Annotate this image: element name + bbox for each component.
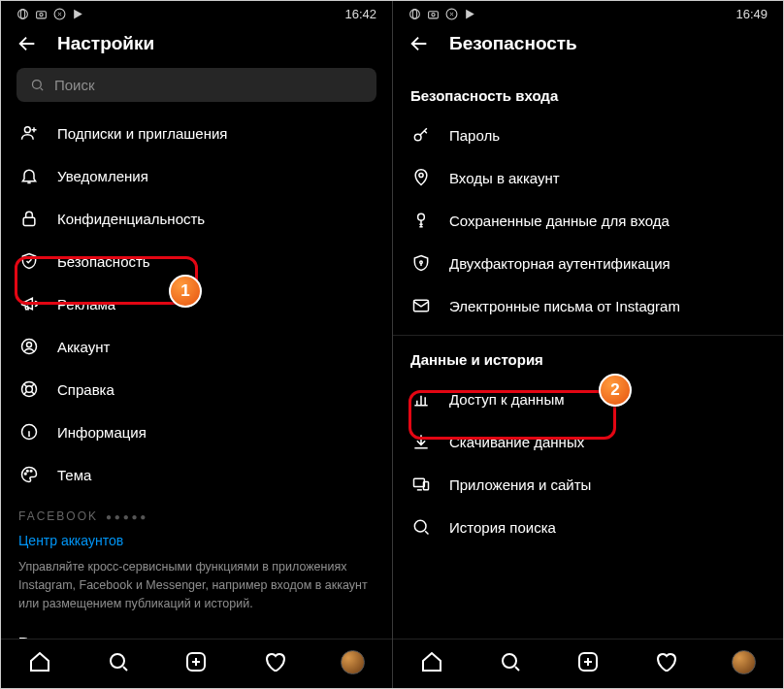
nav-home-icon[interactable] (27, 649, 52, 674)
bottom-nav (1, 639, 392, 688)
opera-icon (408, 8, 421, 20)
megaphone-icon (18, 293, 40, 314)
item-privacy[interactable]: Конфиденциальность (1, 197, 392, 240)
status-bar: 16:42 (1, 1, 392, 23)
nav-add-icon[interactable] (575, 649, 601, 674)
devices-icon (410, 474, 432, 495)
nav-profile-avatar[interactable] (341, 649, 366, 674)
nav-search-icon[interactable] (106, 649, 131, 674)
play-icon (72, 8, 84, 20)
nav-heart-icon[interactable] (653, 649, 678, 674)
svg-rect-20 (429, 12, 439, 18)
key-saved-icon (410, 210, 432, 231)
settings-list: Подписки и приглашения Уведомления Конфи… (1, 108, 392, 639)
item-help[interactable]: Справка (1, 368, 392, 410)
user-plus-icon (18, 122, 40, 144)
item-security[interactable]: Безопасность (1, 240, 392, 282)
item-account[interactable]: Аккаунт (1, 325, 392, 368)
security-list: Безопасность входа Пароль Входы в аккаун… (393, 68, 783, 639)
svg-point-14 (27, 470, 29, 472)
back-icon[interactable] (408, 33, 430, 54)
svg-point-5 (33, 81, 42, 89)
nav-home-icon[interactable] (419, 649, 444, 674)
page-header: Безопасность (393, 23, 783, 68)
shazam-icon (445, 8, 458, 20)
item-label: Доступ к данным (449, 391, 564, 408)
item-label: Электронные письма от Instagram (449, 298, 680, 314)
svg-rect-2 (37, 12, 47, 18)
svg-point-6 (24, 127, 30, 133)
svg-point-0 (18, 10, 28, 19)
item-label: Справка (57, 381, 114, 398)
location-icon (410, 167, 432, 188)
item-search-history[interactable]: История поиска (393, 506, 783, 548)
item-2fa[interactable]: Двухфакторная аутентификация (393, 242, 783, 284)
key-icon (410, 124, 432, 146)
svg-point-13 (24, 473, 26, 475)
search-icon (410, 516, 432, 538)
item-label: Входы в аккаунт (449, 170, 560, 186)
item-login-activity[interactable]: Входы в аккаунт (393, 156, 783, 199)
opera-icon (16, 8, 29, 20)
item-label: История поиска (449, 519, 556, 536)
shazam-icon (53, 8, 66, 20)
step-badge: 1 (169, 275, 202, 308)
item-emails[interactable]: Электронные письма от Instagram (393, 284, 783, 327)
search-icon (30, 78, 45, 92)
svg-point-16 (111, 654, 124, 668)
item-label: Пароль (449, 127, 500, 144)
nav-add-icon[interactable] (183, 649, 209, 674)
section-data-history: Данные и история (393, 336, 783, 377)
svg-point-19 (412, 10, 416, 19)
item-apps-websites[interactable]: Приложения и сайты (393, 463, 783, 506)
download-icon (410, 431, 432, 452)
mail-icon (410, 295, 432, 316)
svg-point-9 (27, 343, 32, 347)
shield-lock-icon (410, 252, 432, 274)
logins-header: Входы (1, 624, 392, 639)
item-data-access[interactable]: Доступ к данным (393, 377, 783, 420)
status-time: 16:42 (344, 7, 376, 21)
item-label: Приложения и сайты (449, 476, 591, 493)
svg-rect-28 (414, 478, 425, 486)
item-download-data[interactable]: Скачивание данных (393, 420, 783, 463)
chart-icon (410, 388, 432, 410)
item-label: Информация (57, 424, 147, 441)
svg-point-1 (20, 10, 24, 19)
item-label: Подписки и приглашения (57, 125, 227, 142)
item-label: Двухфакторная аутентификация (449, 255, 670, 272)
phone-settings: 16:42 Настройки Поиск Подписки и приглаш… (1, 1, 392, 688)
item-saved-login[interactable]: Сохраненные данные для входа (393, 199, 783, 242)
user-circle-icon (18, 336, 40, 357)
play-icon (464, 8, 476, 20)
camera-icon (35, 8, 48, 20)
nav-profile-avatar[interactable] (732, 649, 757, 674)
info-icon (18, 421, 40, 443)
shield-check-icon (18, 250, 40, 272)
search-placeholder: Поиск (54, 77, 95, 93)
item-label: Конфиденциальность (57, 211, 205, 227)
svg-rect-29 (424, 482, 429, 490)
search-input[interactable]: Поиск (16, 68, 376, 102)
lifebuoy-icon (18, 378, 40, 400)
back-icon[interactable] (16, 33, 38, 54)
svg-point-15 (30, 470, 32, 472)
item-label: Безопасность (57, 253, 150, 270)
item-label: Скачивание данных (449, 434, 584, 450)
page-title: Настройки (57, 33, 154, 54)
item-notifications[interactable]: Уведомления (1, 154, 392, 197)
accounts-center-info: Управляйте кросс-сервисными функциями в … (1, 558, 392, 624)
item-subscriptions[interactable]: Подписки и приглашения (1, 112, 392, 154)
accounts-center-link[interactable]: Центр аккаунтов (1, 529, 392, 558)
item-theme[interactable]: Тема (1, 453, 392, 496)
bottom-nav (393, 639, 783, 688)
phone-security: 16:49 Безопасность Безопасность входа Па… (392, 1, 783, 688)
item-info[interactable]: Информация (1, 410, 392, 453)
item-label: Тема (57, 467, 91, 483)
nav-heart-icon[interactable] (262, 649, 287, 674)
svg-rect-7 (23, 217, 35, 225)
nav-search-icon[interactable] (498, 649, 523, 674)
item-password[interactable]: Пароль (393, 114, 783, 156)
item-label: Сохраненные данные для входа (449, 213, 670, 229)
item-label: Реклама (57, 296, 115, 312)
